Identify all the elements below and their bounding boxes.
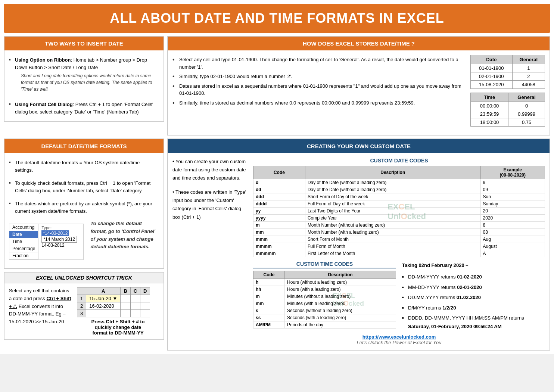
- default-item2: To quickly check default formats, press …: [9, 178, 159, 196]
- table-row: mmmmmFirst Letter of the MonthA: [253, 250, 545, 257]
- page-container: ALL ABOUT DATE AND TIME FORMATS IN EXCEL…: [0, 0, 554, 354]
- table-row: ddddFull Form of Day of the weekSunday: [253, 200, 545, 208]
- col-d: D: [140, 287, 150, 295]
- screen-right-panel: Type: *14-03-2012 *14 March 2012 14-03-2…: [38, 224, 83, 259]
- cat-fraction: Fraction: [9, 252, 38, 259]
- page-title: ALL ABOUT DATE AND TIME FORMATS IN EXCEL: [7, 10, 547, 26]
- time-right-item5: ■DDDD, DD-MMMM, YYYY HH:MM:SS AM/PM retu…: [402, 313, 545, 332]
- time-general-cell-2: 0.99999: [508, 110, 545, 118]
- time-right-list: ■DD-MM-YYYY returns 01-02-2020 ■MM-DD-YY…: [402, 272, 545, 332]
- date-row-2: 02-01-1900 2: [471, 72, 545, 81]
- time-codes-section: CUSTOM TIME CODES Code Description: [253, 261, 545, 332]
- table-row: ddDay of the Date (without a leading zer…: [253, 186, 545, 193]
- time-col-code: Code: [253, 271, 285, 279]
- time-table: Time General 00:00:00 0 23:59:: [470, 93, 545, 127]
- time-right-item1: ■DD-MM-YYYY returns 01-02-2020: [402, 272, 545, 282]
- tri1-text: DD-MM-YYYY returns: [408, 274, 457, 280]
- ctrl-note1: Press Ctrl + Shift + # to: [77, 319, 159, 324]
- date-col-header: Date: [471, 55, 513, 64]
- row2-c: [130, 302, 140, 310]
- two-ways-border: TWO WAYS TO INSERT DATE Using Option on …: [4, 36, 164, 122]
- general-cell-2: 2: [512, 72, 545, 81]
- time-codes-left: CUSTOM TIME CODES Code Description: [253, 261, 396, 332]
- two-ways-header: TWO WAYS TO INSERT DATE: [4, 37, 164, 50]
- two-ways-list: Using Option on Ribbon: Home tab > Numbe…: [9, 55, 159, 117]
- date-val2-text: *14 March 2012: [41, 236, 77, 243]
- table-row: dddShort Form of Day of the weekSun: [253, 193, 545, 200]
- footer-link[interactable]: https://www.excelunlocked.com: [253, 334, 545, 340]
- time-general-cell-1: 0: [508, 102, 545, 110]
- col-a: A: [86, 287, 121, 295]
- tri4-val: 1/2/20: [442, 305, 456, 311]
- short-row-1: 1 15-Jan-20 ▼: [77, 295, 150, 302]
- tri2-text: MM-DD-YYYY returns: [408, 284, 457, 290]
- how-excel-panel: HOW DOES EXCEL STORES DATE/TIME ? Select…: [167, 36, 550, 136]
- date-val3-text: 14-03-2012: [41, 243, 64, 248]
- tri3-val: 01.02.2020: [457, 295, 481, 300]
- table-row: mMonth Number (without a leading zero)8: [253, 222, 545, 229]
- short-row-3: 3: [77, 310, 150, 317]
- screen-mockup-container: Accounting Date Time Percentage Fraction…: [9, 220, 84, 264]
- how-excel-item1: Select any cell and type 01-01-1900. The…: [172, 55, 464, 72]
- time-codes-table: Code Description hHours (without a leadi…: [253, 271, 396, 329]
- time-codes-right: Taking 02nd February 2020 – ■DD-MM-YYYY …: [402, 261, 545, 332]
- row2-b: [121, 302, 130, 310]
- table-row: yyyyComplete Year2020: [253, 215, 545, 222]
- time-row-1: 00:00:00 0: [471, 102, 545, 110]
- col-c: C: [130, 287, 140, 295]
- default-item3: The dates which are prefixed by an aster…: [9, 199, 159, 216]
- table-row: mmmShort Form of MonthAug: [253, 236, 545, 243]
- how-excel-text: Select any cell and type 01-01-1900. The…: [172, 55, 464, 130]
- time-row-2: 23:59:59 0.99999: [471, 110, 545, 118]
- date-val2: *14 March 2012: [41, 237, 80, 242]
- general-col-header: General: [512, 55, 545, 64]
- two-ways-item2: Using Format Cell Dialog: Press Ctrl + 1…: [9, 99, 159, 117]
- shortcut-table: A B C D 1 15-Jan-20 ▼: [77, 287, 150, 317]
- time-row-3: 18:00:00 0.75: [471, 118, 545, 127]
- time-col-desc: Description: [285, 271, 396, 279]
- codes-table-container: Code Description Example(09-08-2020) dDa…: [253, 166, 545, 257]
- custom-border: CREATING YOUR OWN CUSTOM DATE • You can …: [167, 139, 550, 351]
- row3-d: [140, 310, 150, 317]
- cat-percentage: Percentage: [9, 245, 38, 252]
- footer-link-section: https://www.excelunlocked.com Let's Unlo…: [253, 334, 545, 345]
- how-excel-content: Select any cell and type 01-01-1900. The…: [168, 50, 550, 135]
- cat-date: Date: [9, 231, 38, 238]
- shortcut-header: EXCEL UNLOCKED SHORTCUT TRICK: [4, 273, 164, 283]
- codes-col-desc: Description: [305, 166, 480, 179]
- ctrl-note2: quickly change date: [77, 324, 159, 330]
- how-excel-list: Select any cell and type 01-01-1900. The…: [172, 55, 464, 108]
- ctrl-note3: format to DD-MMM-YY: [77, 330, 159, 336]
- default-list: The default date/time formats = Your OS …: [9, 158, 159, 216]
- how-excel-item4: Similarly, time is stored as decimal num…: [172, 98, 464, 108]
- row2-a: 16-02-2020: [86, 302, 121, 310]
- shortcut-table-area: A B C D 1 15-Jan-20 ▼: [77, 287, 159, 336]
- table-row: hHours (without a leading zero): [253, 279, 396, 286]
- item1-label: Using Option on Ribbon: [15, 57, 71, 63]
- col-num: [77, 287, 86, 295]
- table-row: dDay of the Date (without a leading zero…: [253, 179, 545, 186]
- shortcut-panel: EXCEL UNLOCKED SHORTCUT TRICK Select any…: [4, 272, 164, 340]
- item1-note: Short and Long date formatting options w…: [15, 72, 159, 93]
- custom-text1: • You can create your own custom date fo…: [172, 158, 247, 182]
- time-cell-1: 00:00:00: [471, 102, 508, 110]
- date-val1: *14-03-2012: [41, 231, 80, 236]
- row3-c: [130, 310, 140, 317]
- item2-label: Using Format Cell Dialog: [15, 102, 73, 107]
- row-num-2: 2: [77, 302, 86, 310]
- date-row-3: 15-08-2020 44058: [471, 81, 545, 89]
- default-item1: The default date/time formats = Your OS …: [9, 158, 159, 175]
- general-cell-1: 1: [512, 64, 545, 72]
- screen-categories: Accounting Date Time Percentage Fraction: [9, 224, 38, 259]
- row1-d: [140, 295, 150, 302]
- time-codes-header: CUSTOM TIME CODES: [253, 261, 396, 268]
- row2-d: [140, 302, 150, 310]
- screen-area: Accounting Date Time Percentage Fraction…: [9, 220, 159, 264]
- date-cell-1: 01-01-1900: [471, 64, 513, 72]
- how-excel-tables: Date General 01-01-1900 1 02-0: [470, 55, 545, 130]
- tri3-text: DD.MM.YYYY returns: [408, 295, 457, 300]
- table-row: mmMonth Number (with a leading zero)08: [253, 229, 545, 236]
- time-general-col-header: General: [508, 93, 545, 102]
- row-num-1: 1: [77, 295, 86, 302]
- time-right-item2: ■MM-DD-YYYY returns 02-01-2020: [402, 282, 545, 292]
